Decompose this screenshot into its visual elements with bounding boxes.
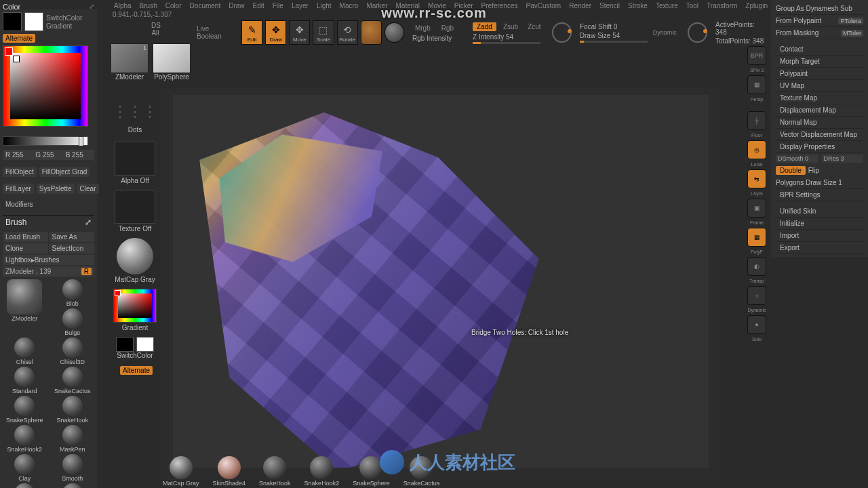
brush-maskpen[interactable]: MaskPen [51,425,95,453]
menu-document[interactable]: Document [190,2,221,9]
section-texturemap[interactable]: Texture Map [774,92,865,104]
zcut-toggle[interactable]: Zcut [525,22,543,32]
brush-snakesphere[interactable]: SnakeSphere [3,396,47,424]
mat-skinshade4[interactable]: SkinShade4 [213,456,246,487]
brush-chisel[interactable]: Chisel [3,338,47,365]
solo-button[interactable]: ● [747,315,766,334]
menu-file[interactable]: File [273,2,283,9]
brush-hpolish[interactable]: hPolish [51,483,95,488]
gradient-label[interactable]: Gradient [111,324,159,331]
floor-button[interactable]: ┼ [747,111,766,130]
clear-button[interactable]: Clear [77,184,99,194]
brush-zmodeler[interactable]: ZModeler [3,279,47,336]
menu-color[interactable]: Color [165,2,182,9]
r-value[interactable]: R 255 [5,151,31,159]
focal-shift-dial[interactable] [552,22,572,43]
mini-swatch-black[interactable] [116,337,134,352]
ds-all-label[interactable]: DS All [151,22,159,37]
load-brush-button[interactable]: Load Brush [3,232,48,242]
spix-label[interactable]: SPix 3 [750,68,764,73]
color-picker[interactable] [3,45,88,127]
expand-icon[interactable]: ⤢ [85,218,92,227]
menu-light[interactable]: Light [317,2,332,9]
canvas[interactable]: Bridge Two Holes: Click 1st hole [173,95,709,468]
menu-tool[interactable]: Tool [686,2,698,9]
menu-stencil[interactable]: Stencil [599,2,620,9]
menu-pavcustom[interactable]: PavCustom [526,2,561,9]
sys-palette-button[interactable]: SysPalette [37,184,75,194]
rotate-mode-button[interactable]: ⟲Rotate [337,20,358,45]
menu-macro[interactable]: Macro [340,2,359,9]
section-dispmap[interactable]: Displacement Map [774,104,865,117]
menu-preferences[interactable]: Preferences [481,2,518,9]
brush-blob[interactable]: Blob [51,279,95,307]
save-brush-button[interactable]: Save As [50,232,95,242]
section-import[interactable]: Import [774,230,865,242]
lsym-button[interactable]: ⇆ [747,169,766,188]
section-unifiedskin[interactable]: Unified Skin [774,205,865,218]
menu-alpha[interactable]: Alpha [114,2,132,9]
material-slot[interactable] [117,238,153,274]
live-boolean-toggle[interactable]: Live Boolean [197,25,235,40]
local-button[interactable]: ◎ [747,140,766,159]
alpha-slot[interactable] [115,142,155,176]
alternate-button-2[interactable]: Alternate [120,366,153,375]
from-masking[interactable]: From MaskingMToler [774,27,865,39]
dynamic-button[interactable]: ☼ [747,286,766,305]
menu-layer[interactable]: Layer [292,2,309,9]
persp-button[interactable]: ▦ [747,75,766,94]
move-mode-button[interactable]: ✥Move [289,20,310,45]
switch-color-button[interactable]: SwitchColor [46,14,82,22]
menu-render[interactable]: Render [569,2,591,9]
menu-brush[interactable]: Brush [140,2,157,9]
brush-snakehook[interactable]: SnakeHook [51,396,95,424]
menu-draw[interactable]: Draw [229,2,244,9]
draw-size-track[interactable] [580,41,648,43]
b-value[interactable]: B 255 [66,151,92,159]
zadd-toggle[interactable]: Zadd [473,22,496,31]
brush-r-toggle[interactable]: R [81,268,92,275]
expand-icon[interactable]: ⤢ [89,3,94,10]
mat-matcapgray[interactable]: MatCap Gray [163,456,199,487]
brush-snakehook2[interactable]: SnakeHook2 [3,425,47,453]
texture-slot[interactable] [115,190,155,224]
section-vdm[interactable]: Vector Displacement Map [774,129,865,141]
transp-button[interactable]: ◐ [747,257,766,276]
mrgb-toggle[interactable]: Mrgb [412,23,433,33]
menu-zplugin[interactable]: Zplugin [745,2,768,9]
fill-object-grad-button[interactable]: FillObject Grad [39,167,90,177]
saturation-value-box[interactable] [10,53,81,119]
lightbox-brushes-button[interactable]: Lightbox▸Brushes [3,255,94,265]
menu-transform[interactable]: Transform [707,2,737,9]
dsmooth-slider[interactable]: DSmooth 0 [776,155,818,163]
mat-snakehook[interactable]: SnakeHook [259,456,291,487]
brush-chisel3d[interactable]: Chisel3D [51,338,95,365]
clone-brush-button[interactable]: Clone [3,243,48,253]
size-dial[interactable] [688,22,707,43]
menu-stroke[interactable]: Stroke [628,2,648,9]
mini-color-picker[interactable] [113,289,157,323]
gizmo-button[interactable] [361,20,382,45]
section-polypaint[interactable]: Polypaint [774,68,865,80]
swatch-primary[interactable] [24,12,43,31]
section-contact[interactable]: Contact [774,43,865,56]
menu-material[interactable]: Material [396,2,420,9]
fill-object-button[interactable]: FillObject [3,167,37,177]
zsub-toggle[interactable]: Zsub [500,22,521,32]
slider-handle[interactable] [79,136,83,146]
flip-toggle[interactable]: Flip [808,167,863,174]
poly-draw-size[interactable]: Polygons Draw Size 1 [774,177,865,189]
brush-bulge[interactable]: Bulge [51,308,95,336]
swatch-secondary[interactable] [3,12,22,31]
menu-texture[interactable]: Texture [656,2,678,9]
draw-mode-button[interactable]: ✥Draw [265,20,286,45]
brush-snakecactus[interactable]: SnakeCactus [51,367,95,394]
section-initialize[interactable]: Initialize [774,218,865,230]
menu-picker[interactable]: Picker [454,2,473,9]
edit-mode-button[interactable]: ✎Edit [241,20,262,45]
switch-color-label[interactable]: SwitchColor [111,352,159,359]
stroke-dots[interactable]: ⋮⋮⋮ [118,99,152,125]
fill-layer-button[interactable]: FillLayer [3,184,34,194]
z-intensity-track[interactable] [473,42,540,44]
dres-slider[interactable]: DRes 3 [822,155,864,163]
